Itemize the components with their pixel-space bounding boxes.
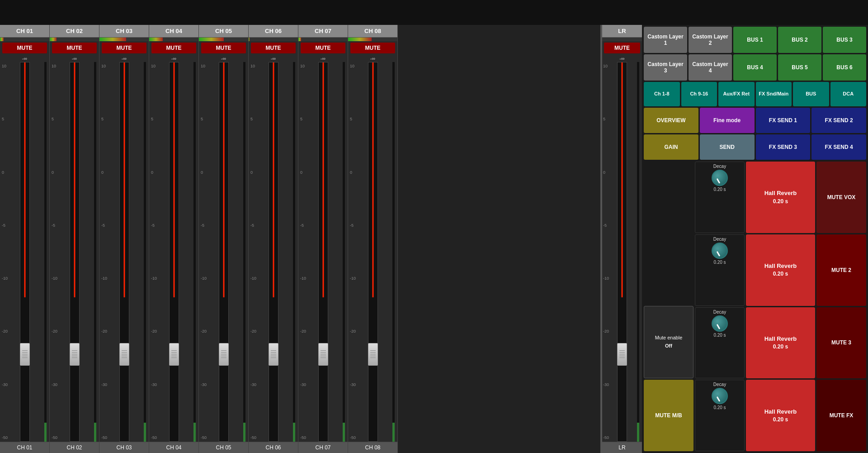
mute-button-8[interactable]: MUTE	[350, 43, 395, 53]
mute-button-7[interactable]: MUTE	[301, 43, 345, 53]
vu-meter-4	[193, 62, 196, 442]
header	[0, 0, 868, 25]
row3-btn-1[interactable]: Ch 9-16	[681, 82, 717, 106]
vu-meter-7	[343, 62, 345, 442]
vu-meter-6	[293, 62, 295, 442]
channel-1: CH 01 MUTE -∞ 10 5 0 -5 -10 -20 -30 -50	[0, 25, 50, 453]
lr-fader-track[interactable]	[617, 62, 627, 442]
fader-scale-2: 10 5 0 -5 -10 -20 -30 -50	[52, 62, 57, 442]
channel-label-bottom-8: CH 08	[348, 442, 397, 453]
fader-track-3[interactable]	[119, 62, 129, 442]
fader-handle-2[interactable]	[70, 343, 80, 366]
row4-btn-0[interactable]: OVERVIEW	[644, 108, 698, 133]
vu-meter-2	[94, 62, 96, 442]
row1-btn-0[interactable]: Castom Layer 1	[644, 27, 687, 53]
fader-track-4[interactable]	[169, 62, 179, 442]
fader-track-8[interactable]	[368, 62, 378, 442]
hall-reverb-btn-0[interactable]: Hall Reverb0.20 s	[746, 162, 815, 233]
row2-btn-1[interactable]: Castom Layer 4	[689, 54, 732, 81]
fader-track-1[interactable]	[20, 62, 30, 442]
panel-row-1: Castom Layer 1Castom Layer 2BUS 1BUS 2BU…	[644, 27, 866, 53]
mute-button-2[interactable]: MUTE	[52, 43, 96, 53]
hall-reverb-btn-2[interactable]: Hall Reverb0.20 s	[746, 307, 815, 379]
mute-side-btn-1[interactable]: MUTE 2	[816, 234, 866, 306]
mute-enable-button[interactable]: Mute enableOff	[644, 306, 693, 378]
fader-track-7[interactable]	[318, 62, 328, 442]
lr-fader-handle[interactable]	[617, 343, 627, 366]
panel-row-2: Castom Layer 3Castom Layer 4BUS 4BUS 5BU…	[644, 54, 866, 81]
hall-reverb-btn-1[interactable]: Hall Reverb0.20 s	[746, 234, 815, 306]
row3-btn-3[interactable]: FX Snd/Main	[756, 82, 792, 106]
mute-button-5[interactable]: MUTE	[201, 43, 245, 53]
row3-btn-4[interactable]: BUS	[793, 82, 829, 106]
row4-btn-3[interactable]: FX SEND 2	[811, 108, 866, 133]
hall-reverb-btn-3[interactable]: Hall Reverb0.20 s	[746, 380, 815, 451]
mute-button-4[interactable]: MUTE	[151, 43, 196, 53]
row2-btn-4[interactable]: BUS 6	[823, 54, 866, 81]
row5-btn-2[interactable]: FX SEND 3	[756, 134, 811, 160]
row2-btn-2[interactable]: BUS 4	[733, 54, 777, 81]
row1-btn-4[interactable]: BUS 3	[823, 27, 866, 53]
mute-side-btn-2[interactable]: MUTE 3	[816, 307, 866, 379]
mute-side-btn-3[interactable]: MUTE FX	[816, 380, 866, 451]
channels-area: CH 01 MUTE -∞ 10 5 0 -5 -10 -20 -30 -50	[0, 25, 601, 453]
row5-btn-0[interactable]: GAIN	[644, 134, 698, 160]
channel-label-bottom-1: CH 01	[0, 442, 49, 453]
row1-btn-3[interactable]: BUS 2	[778, 27, 821, 53]
row5-btn-3[interactable]: FX SEND 4	[811, 134, 866, 160]
fader-handle-4[interactable]	[169, 343, 179, 366]
mute-button-1[interactable]: MUTE	[2, 43, 47, 53]
channel-meter-bar-6	[249, 38, 298, 41]
row3-btn-0[interactable]: Ch 1-8	[644, 82, 680, 106]
fader-value-6: -∞	[271, 56, 276, 61]
decay-knob-0[interactable]	[712, 170, 728, 186]
lr-mute-button[interactable]: MUTE	[604, 43, 640, 53]
fader-handle-6[interactable]	[269, 343, 278, 366]
decay-knob-1[interactable]	[712, 243, 728, 259]
fader-handle-1[interactable]	[20, 343, 30, 366]
channel-label-bottom-6: CH 06	[249, 442, 298, 453]
fader-track-2[interactable]	[70, 62, 80, 442]
knob-indicator-1	[717, 251, 721, 257]
fader-container-1: 10 5 0 -5 -10 -20 -30 -50	[0, 62, 49, 442]
row4-btn-1[interactable]: Fine mode	[700, 108, 755, 133]
fader-handle-7[interactable]	[318, 343, 328, 366]
channel-meter-bar-1	[0, 38, 49, 41]
panel-bottom-area: Mute enableOffMUTE M/B Decay 0.20 s Deca…	[642, 160, 868, 453]
fader-handle-8[interactable]	[368, 343, 378, 366]
mute-side-btn-0[interactable]: MUTE VOX	[816, 162, 866, 233]
fader-value-2: -∞	[72, 56, 77, 61]
fader-handle-5[interactable]	[219, 343, 229, 366]
vu-meter-5	[243, 62, 245, 442]
channel-name-7: CH 07	[298, 25, 348, 38]
row4-btn-2[interactable]: FX SEND 1	[756, 108, 811, 133]
panel-top-rows: Castom Layer 1Castom Layer 2BUS 1BUS 2BU…	[642, 25, 868, 160]
row1-btn-2[interactable]: BUS 1	[733, 27, 777, 53]
mute-button-3[interactable]: MUTE	[102, 43, 146, 53]
channel-name-3: CH 03	[99, 25, 149, 38]
fader-track-6[interactable]	[269, 62, 278, 442]
mute-button-6[interactable]: MUTE	[251, 43, 295, 53]
lr-vu-meter	[637, 62, 639, 442]
fader-track-5[interactable]	[219, 62, 229, 442]
lr-meter-bar	[602, 38, 642, 41]
channel-meter-bar-7	[298, 38, 348, 41]
decay-knob-3[interactable]	[712, 388, 728, 404]
fader-scale-4: 10 5 0 -5 -10 -20 -30 -50	[151, 62, 157, 442]
row5-btn-1[interactable]: SEND	[700, 134, 755, 160]
fader-scale-5: 10 5 0 -5 -10 -20 -30 -50	[201, 62, 207, 442]
decay-value-3: 0.20 s	[713, 405, 726, 410]
row2-btn-3[interactable]: BUS 5	[778, 54, 821, 81]
decay-knob-2[interactable]	[712, 315, 728, 332]
fader-handle-3[interactable]	[119, 343, 129, 366]
vu-meter-8	[392, 62, 395, 442]
row1-btn-1[interactable]: Castom Layer 2	[689, 27, 732, 53]
row3-btn-5[interactable]: DCA	[830, 82, 867, 106]
fader-container-4: 10 5 0 -5 -10 -20 -30 -50	[149, 62, 198, 442]
row2-btn-0[interactable]: Castom Layer 3	[644, 54, 687, 81]
mute-mb-button[interactable]: MUTE M/B	[644, 380, 693, 451]
fader-scale-3: 10 5 0 -5 -10 -20 -30 -50	[101, 62, 107, 442]
row3-btn-2[interactable]: Aux/FX Ret	[718, 82, 755, 106]
hall-reverb-column: Hall Reverb0.20 sHall Reverb0.20 sHall R…	[746, 162, 815, 451]
lr-channel: LR MUTE -∞ 10 5 0 -5 -10 -20 -30 -50	[601, 25, 642, 453]
